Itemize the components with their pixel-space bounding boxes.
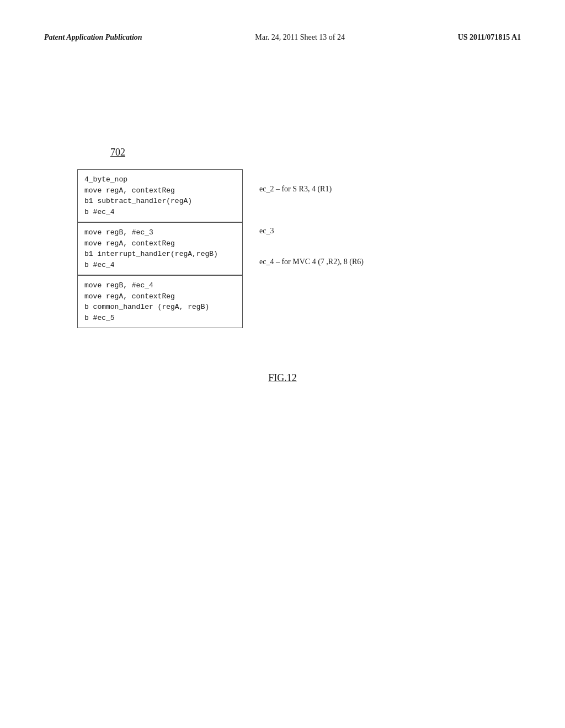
figure-caption-text: FIG.12 <box>268 372 297 383</box>
code-line: 4_byte_nop <box>84 174 236 185</box>
code-block-2: move regB, #ec_3 move regA, contextReg b… <box>77 222 243 275</box>
header-left: Patent Application Publication <box>44 33 142 42</box>
code-block-1: 4_byte_nop move regA, contextReg b1 subt… <box>77 169 243 222</box>
code-line: b1 subtract_handler(regA) <box>84 196 236 207</box>
code-line: move regA, contextReg <box>84 238 236 249</box>
code-line: move regB, #ec_4 <box>84 280 236 291</box>
code-line: b1 interrupt_handler(regA,regB) <box>84 249 236 260</box>
code-blocks-column: 4_byte_nop move regA, contextReg b1 subt… <box>77 169 243 328</box>
code-block-3: move regB, #ec_4 move regA, contextReg b… <box>77 275 243 328</box>
page-header: Patent Application Publication Mar. 24, … <box>44 33 521 47</box>
annotation-1: ec_2 – for S R3, 4 (R1) <box>259 175 364 214</box>
code-line: move regA, contextReg <box>84 291 236 302</box>
code-line: move regA, contextReg <box>84 185 236 196</box>
figure-caption: FIG.12 <box>44 372 521 384</box>
annotation-3: ec_4 – for MVC 4 (7 ,R2), 8 (R6) <box>259 250 364 273</box>
code-line: b #ec_4 <box>84 260 236 271</box>
main-content: 702 4_byte_nop move regA, contextReg b1 … <box>44 147 521 384</box>
code-line: b common_handler (regA, regB) <box>84 302 236 313</box>
annotation-2: ec_3 <box>259 214 364 250</box>
figure-label-702: 702 <box>110 147 125 158</box>
page: Patent Application Publication Mar. 24, … <box>0 0 565 728</box>
code-line: b #ec_5 <box>84 313 236 324</box>
diagram-area: 4_byte_nop move regA, contextReg b1 subt… <box>77 169 364 328</box>
code-line: move regB, #ec_3 <box>84 227 236 238</box>
annotations-column: ec_2 – for S R3, 4 (R1) ec_3 ec_4 – for … <box>259 169 364 273</box>
header-center: Mar. 24, 2011 Sheet 13 of 24 <box>255 33 345 42</box>
header-right: US 2011/071815 A1 <box>458 33 521 42</box>
code-line: b #ec_4 <box>84 207 236 218</box>
